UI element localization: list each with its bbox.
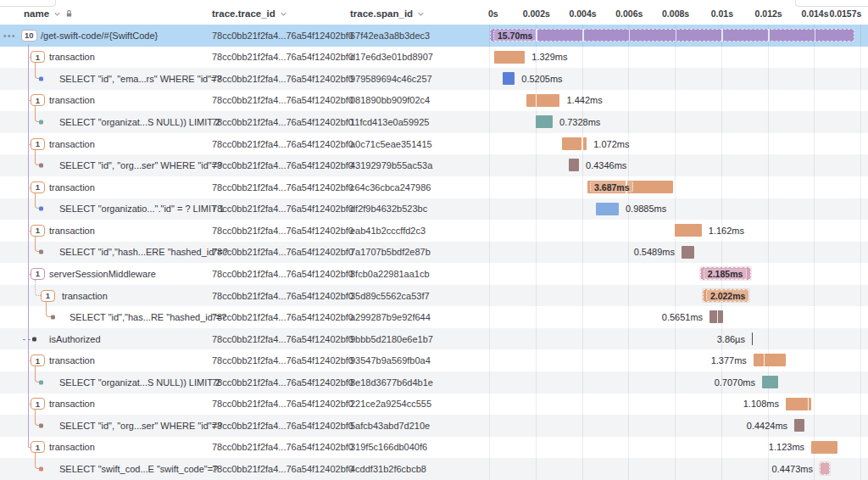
duration-bar[interactable] [596, 203, 619, 215]
duration-bar[interactable] [536, 115, 553, 128]
span-id-cell: 5afcb43abd7d210e [350, 415, 430, 437]
trace-row[interactable]: SELECT "id", "org...ser" WHERE "id"=?78c… [0, 415, 868, 437]
trace-row[interactable]: 1transaction78cc0bb21f2fa4...76a54f12402… [0, 47, 868, 69]
span-id-cell: 081890bb909f02c4 [350, 90, 430, 112]
trace-row[interactable]: 1serverSessionMiddleware78cc0bb21f2fa4..… [0, 263, 868, 285]
chevron-down-icon[interactable] [417, 10, 425, 18]
span-name: transaction [49, 437, 95, 459]
child-count-badge[interactable]: 1 [31, 94, 45, 106]
trace-row[interactable]: 1transaction78cc0bb21f2fa4...76a54f12402… [0, 437, 868, 459]
timeline-tick-label: 0.012s [755, 8, 782, 19]
span-name: SELECT "organizat...S NULL)) LIMIT 2 [59, 371, 220, 393]
row-options-icon[interactable]: ••• [3, 31, 16, 40]
duration-bar[interactable] [675, 224, 702, 237]
trace-row[interactable]: SELECT "organizatio..."."id" = ? LIMIT 1… [0, 198, 868, 220]
duration-label: 0.4346ms [586, 154, 626, 176]
duration-bar[interactable] [569, 159, 579, 171]
trace-row[interactable]: 1transaction78cc0bb21f2fa4...76a54f12402… [0, 90, 868, 112]
span-name: serverSessionMiddleware [49, 263, 156, 285]
duration-bar[interactable] [562, 137, 587, 150]
duration-bar[interactable] [786, 398, 811, 410]
trace-id-cell: 78cc0bb21f2fa4...76a54f12402bf0 [212, 458, 353, 480]
trace-id-cell: 78cc0bb21f2fa4...76a54f12402bf0 [212, 349, 353, 371]
child-count-badge[interactable]: 1 [31, 354, 45, 366]
duration-bar[interactable] [494, 51, 525, 64]
tree-connector [23, 339, 31, 340]
duration-bar[interactable] [709, 310, 722, 323]
duration-bar[interactable]: 15.70ms [490, 29, 854, 42]
child-count-badge[interactable]: 1 [31, 225, 45, 237]
span-name: SELECT "id","has...RE "hashed_id"=? [70, 306, 226, 328]
duration-bar[interactable] [794, 419, 804, 432]
trace-row[interactable]: SELECT "organizat...S NULL)) LIMIT 278cc… [0, 371, 868, 393]
span-name: SELECT "organizatio..."."id" = ? LIMIT 1 [59, 198, 225, 220]
column-header-span-id[interactable]: trace.span_id [350, 8, 425, 19]
trace-id-cell: 78cc0bb21f2fa4...76a54f12402bf0 [212, 90, 353, 112]
lock-icon[interactable] [65, 9, 73, 18]
child-count-badge[interactable]: 10 [21, 30, 37, 42]
top-right-partial-control[interactable] [795, 0, 868, 7]
child-count-badge[interactable]: 1 [31, 138, 45, 150]
duration-bar[interactable] [811, 441, 837, 454]
trace-row[interactable]: SELECT "id", "org...ser" WHERE "id"=?78c… [0, 154, 868, 176]
column-header-trace-id-label: trace.trace_id [212, 8, 275, 19]
column-header-name[interactable]: name [24, 8, 73, 19]
bar-segment-divider [581, 137, 583, 150]
trace-row[interactable]: 1transaction78cc0bb21f2fa4...76a54f12402… [0, 393, 868, 416]
span-id-cell: 93547b9a569fb0a4 [350, 349, 431, 371]
trace-row[interactable]: isAuthorized78cc0bb21f2fa4...76a54f12402… [0, 328, 868, 350]
span-id-cell: 11fcd413e0a59925 [350, 111, 429, 133]
duration-bar[interactable] [754, 354, 786, 366]
span-id-cell: eab41b2cccffd2c3 [350, 220, 426, 242]
duration-label: 1.377ms [711, 349, 747, 371]
child-count-badge[interactable]: 1 [41, 290, 55, 302]
trace-id-cell: 78cc0bb21f2fa4...76a54f12402bf0 [212, 176, 353, 198]
span-name: transaction [49, 349, 95, 371]
duration-bar[interactable]: 2.185ms [700, 267, 751, 280]
trace-id-cell: 78cc0bb21f2fa4...76a54f12402bf0 [212, 285, 353, 307]
span-name: /get-swift-code/#{SwiftCode} [41, 25, 158, 47]
duration-label: 0.4473ms [772, 458, 813, 480]
trace-id-cell: 78cc0bb21f2fa4...76a54f12402bf0 [212, 437, 353, 459]
span-name: SELECT "id", "ema...rs" WHERE "id"=? [59, 68, 222, 90]
duration-bar[interactable] [682, 246, 694, 259]
trace-row[interactable]: 1transaction78cc0bb21f2fa4...76a54f12402… [0, 349, 868, 371]
child-count-badge[interactable]: 1 [31, 268, 45, 280]
duration-bar[interactable]: 3.687ms [587, 181, 673, 193]
trace-row[interactable]: •••10/get-swift-code/#{SwiftCode}78cc0bb… [0, 25, 868, 47]
column-header-span-id-label: trace.span_id [350, 8, 413, 19]
trace-row[interactable]: SELECT "id","has...RE "hashed_id"=?78cc0… [0, 306, 868, 328]
child-count-badge[interactable]: 1 [31, 51, 45, 63]
child-count-badge[interactable]: 1 [31, 181, 45, 193]
span-id-cell: 4cddf31b2f6cbcb8 [350, 458, 426, 480]
duration-bar[interactable] [762, 376, 778, 388]
trace-row[interactable]: 1transaction78cc0bb21f2fa4...76a54f12402… [0, 176, 868, 198]
trace-row[interactable]: 1transaction78cc0bb21f2fa4...76a54f12402… [0, 285, 868, 307]
trace-row[interactable]: SELECT "id","hash...ERE "hashed_id"=?78c… [0, 242, 868, 264]
span-id-cell: a0c71c5eae351415 [350, 133, 432, 155]
top-left-partial-control[interactable] [0, 0, 56, 7]
duration-label: 0.7328ms [559, 111, 600, 133]
duration-bar[interactable] [526, 94, 559, 107]
trace-row[interactable]: SELECT "swift_cod...E "swift_code"=?78cc… [0, 458, 868, 480]
duration-label: 0.4424ms [747, 415, 787, 437]
column-header-trace-id[interactable]: trace.trace_id [212, 8, 287, 19]
duration-bar[interactable]: 2.022ms [703, 289, 749, 302]
child-count-badge[interactable]: 1 [31, 441, 45, 453]
span-name: transaction [49, 176, 95, 198]
trace-row[interactable]: SELECT "id", "ema...rs" WHERE "id"=?78cc… [0, 68, 868, 90]
duration-bar[interactable] [820, 462, 830, 475]
chevron-down-icon[interactable] [53, 10, 61, 18]
duration-label: 1.123ms [769, 437, 804, 459]
duration-bar[interactable] [752, 332, 754, 345]
trace-id-cell: 78cc0bb21f2fa4...76a54f12402bf0 [212, 68, 353, 90]
chevron-down-icon[interactable] [280, 10, 287, 18]
span-bullet-icon [39, 207, 43, 211]
trace-row[interactable]: 1transaction78cc0bb21f2fa4...76a54f12402… [0, 220, 868, 242]
child-count-badge[interactable]: 1 [31, 398, 45, 410]
bar-segment-divider [764, 354, 765, 366]
span-name: SELECT "id","hash...ERE "hashed_id"=? [59, 242, 228, 264]
trace-row[interactable]: SELECT "organizat...S NULL)) LIMIT 278cc… [0, 111, 868, 133]
trace-row[interactable]: 1transaction78cc0bb21f2fa4...76a54f12402… [0, 133, 868, 155]
duration-bar[interactable] [503, 72, 515, 85]
